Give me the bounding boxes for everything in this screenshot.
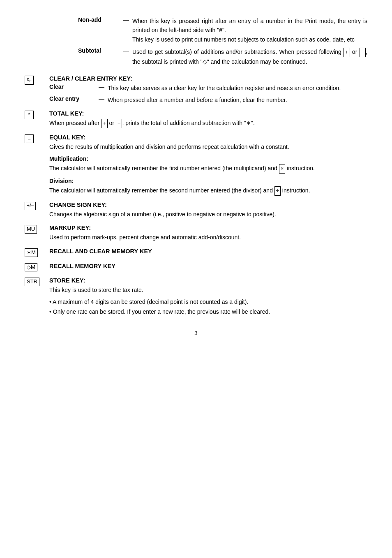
change-sign-key-symbol: +/− <box>27 203 34 209</box>
section-markup: MU MARKUP KEY: Used to perform mark-ups,… <box>25 225 367 242</box>
recall-memory-key-symbol: ◇M <box>27 264 35 271</box>
clear-entry-desc: When pressed after a number and before a… <box>108 95 367 104</box>
clear-em-dash: — <box>99 83 104 90</box>
clear-key-symbol: ¢E <box>27 76 32 84</box>
clear-entry-dash: — <box>99 95 104 102</box>
clear-key-content: CLEAR / CLEAR ENTRY KEY: Clear — This ke… <box>49 75 367 104</box>
division-heading: Division: <box>49 178 367 184</box>
markup-key-box: MU <box>25 225 37 234</box>
markup-title: MARKUP KEY: <box>49 225 367 231</box>
markup-desc: Used to perform mark-ups, percent change… <box>49 233 367 242</box>
divide-key: ÷ <box>274 186 281 196</box>
page-content: Non-add — When this key is pressed right… <box>25 16 367 336</box>
nonadd-desc2: This key is used to print out numbers no… <box>132 36 355 43</box>
times-key: × <box>279 164 286 174</box>
total-key-symbol: * <box>28 111 30 118</box>
change-sign-desc: Changes the algebraic sign of a number (… <box>49 210 367 219</box>
clear-entry-label: Clear entry <box>49 95 99 102</box>
store-bullet1: • A maximum of 4 digits can be stored (d… <box>54 297 367 306</box>
section-recall-memory: ◇M RECALL MEMORY KEY <box>25 263 367 272</box>
store-bullet2: • Only one rate can be stored. If you en… <box>54 307 367 316</box>
recall-clear-key-content: RECALL AND CLEAR MEMORY KEY <box>49 248 367 256</box>
recall-memory-key-box: ◇M <box>25 263 37 272</box>
clear-key-icon: ¢E <box>25 75 49 85</box>
recall-clear-title: RECALL AND CLEAR MEMORY KEY <box>49 248 367 255</box>
change-sign-title: CHANGE SIGN KEY: <box>49 201 367 208</box>
equal-key-content: EQUAL KEY: Gives the results of multipli… <box>49 134 367 196</box>
minus-key-total: − <box>116 119 122 128</box>
total-desc: When pressed after + or −, prints the to… <box>49 118 367 128</box>
plus-key: + <box>344 48 350 57</box>
markup-key-symbol: MU <box>27 226 35 233</box>
clear-key-box: ¢E <box>25 76 34 85</box>
page-number: 3 <box>25 330 367 336</box>
store-key-box: STR <box>25 278 39 286</box>
clear-desc: This key also serves as a clear key for … <box>108 83 367 93</box>
equal-key-box: = <box>25 134 34 143</box>
equal-title: EQUAL KEY: <box>49 134 367 141</box>
subtotal-label: Subtotal <box>78 47 101 54</box>
change-sign-key-content: CHANGE SIGN KEY: Changes the algebraic s… <box>49 201 367 219</box>
total-key-box: * <box>25 111 34 119</box>
recall-memory-key-icon: ◇M <box>25 263 49 272</box>
total-title: TOTAL KEY: <box>49 110 367 117</box>
plus-key-total: + <box>101 119 108 128</box>
store-desc: This key is used to store the tax rate. <box>49 285 367 294</box>
recall-clear-key-icon: ∗M <box>25 248 49 257</box>
multiplication-desc: The calculator will automatically rememb… <box>49 164 367 174</box>
recall-memory-key-content: RECALL MEMORY KEY <box>49 263 367 271</box>
nonadd-dash: — <box>123 16 129 23</box>
change-sign-key-box: +/− <box>25 202 36 210</box>
store-key-icon: STR <box>25 277 49 286</box>
markup-key-icon: MU <box>25 225 49 234</box>
nonadd-label: Non-add <box>78 16 101 23</box>
section-change-sign: +/− CHANGE SIGN KEY: Changes the algebra… <box>25 201 367 219</box>
total-key-content: TOTAL KEY: When pressed after + or −, pr… <box>49 110 367 128</box>
section-total: * TOTAL KEY: When pressed after + or −, … <box>25 110 367 128</box>
section-store: STR STORE KEY: This key is used to store… <box>25 277 367 317</box>
subtotal-dash: — <box>123 47 129 54</box>
subtotal-desc: Used to get subtotal(s) of additions and… <box>132 49 367 65</box>
equal-desc: Gives the results of multiplication and … <box>49 142 367 151</box>
store-key-content: STORE KEY: This key is used to store the… <box>49 277 367 317</box>
section-clear: ¢E CLEAR / CLEAR ENTRY KEY: Clear — This… <box>25 75 367 104</box>
recall-memory-title: RECALL MEMORY KEY <box>49 263 367 269</box>
division-desc: The calculator will automatically rememb… <box>49 186 367 196</box>
multiplication-heading: Multiplication: <box>49 155 367 162</box>
store-key-symbol: STR <box>27 278 37 285</box>
section-equal: = EQUAL KEY: Gives the results of multip… <box>25 134 367 196</box>
section-recall-clear: ∗M RECALL AND CLEAR MEMORY KEY <box>25 248 367 257</box>
clear-title: CLEAR / CLEAR ENTRY KEY: <box>49 75 367 82</box>
change-sign-key-icon: +/− <box>25 201 49 210</box>
nonadd-desc1: When this key is pressed right after an … <box>132 18 367 33</box>
total-key-icon: * <box>25 110 49 119</box>
clear-label: Clear <box>49 83 99 90</box>
recall-clear-key-box: ∗M <box>25 248 38 257</box>
markup-key-content: MARKUP KEY: Used to perform mark-ups, pe… <box>49 225 367 242</box>
equal-key-icon: = <box>25 134 49 143</box>
recall-clear-key-symbol: ∗M <box>27 249 36 256</box>
minus-key-subtotal: − <box>360 48 366 57</box>
equal-key-symbol: = <box>28 135 31 142</box>
section-nonadd-subtotal: Non-add — When this key is pressed right… <box>25 16 367 66</box>
store-title: STORE KEY: <box>49 277 367 284</box>
